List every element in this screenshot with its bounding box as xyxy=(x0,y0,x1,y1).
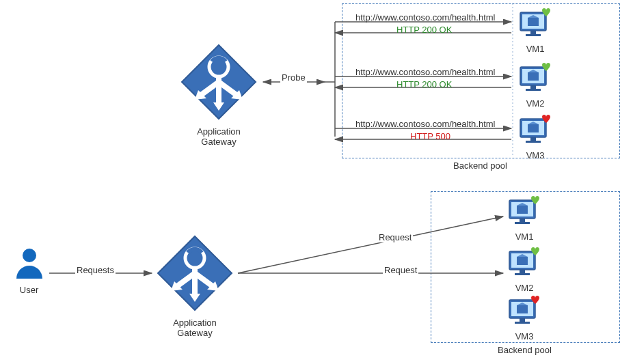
vm2-top: VM2 xyxy=(518,65,552,109)
svg-line-46 xyxy=(238,216,503,273)
vm3-status: HTTP 500 xyxy=(410,131,450,141)
svg-rect-22 xyxy=(528,18,539,26)
vm1-bottom: VM1 xyxy=(507,198,541,242)
svg-rect-28 xyxy=(528,72,539,81)
svg-rect-50 xyxy=(520,219,525,222)
svg-rect-58 xyxy=(517,257,528,265)
vm2-status: HTTP 200 OK xyxy=(396,79,452,89)
svg-rect-27 xyxy=(526,89,541,91)
svg-rect-21 xyxy=(526,34,541,36)
svg-rect-63 xyxy=(515,322,530,324)
svg-rect-20 xyxy=(530,31,536,34)
svg-rect-26 xyxy=(530,85,536,89)
vm1-url: http://www.contoso.com/health.html xyxy=(355,12,495,23)
svg-rect-33 xyxy=(526,141,541,143)
vm3-top: VM3 xyxy=(518,117,552,160)
vm2-url: http://www.contoso.com/health.html xyxy=(355,67,495,77)
svg-rect-51 xyxy=(515,222,530,224)
svg-rect-62 xyxy=(520,318,525,322)
svg-rect-34 xyxy=(528,124,539,132)
request-label-2: Request xyxy=(383,265,418,275)
svg-rect-52 xyxy=(517,206,528,214)
vm1-top: VM1 xyxy=(518,10,552,54)
svg-rect-64 xyxy=(517,305,528,313)
vm3-bottom: VM3 xyxy=(507,298,541,341)
vm1-status: HTTP 200 OK xyxy=(396,25,452,35)
vm2-bottom: VM2 xyxy=(507,249,541,293)
svg-rect-57 xyxy=(515,273,530,275)
vm3-url: http://www.contoso.com/health.html xyxy=(355,119,495,129)
svg-rect-56 xyxy=(520,270,525,273)
probe-label: Probe xyxy=(280,72,307,83)
requests-label: Requests xyxy=(75,265,116,275)
svg-rect-32 xyxy=(530,137,536,141)
request-label-1: Request xyxy=(377,232,413,242)
